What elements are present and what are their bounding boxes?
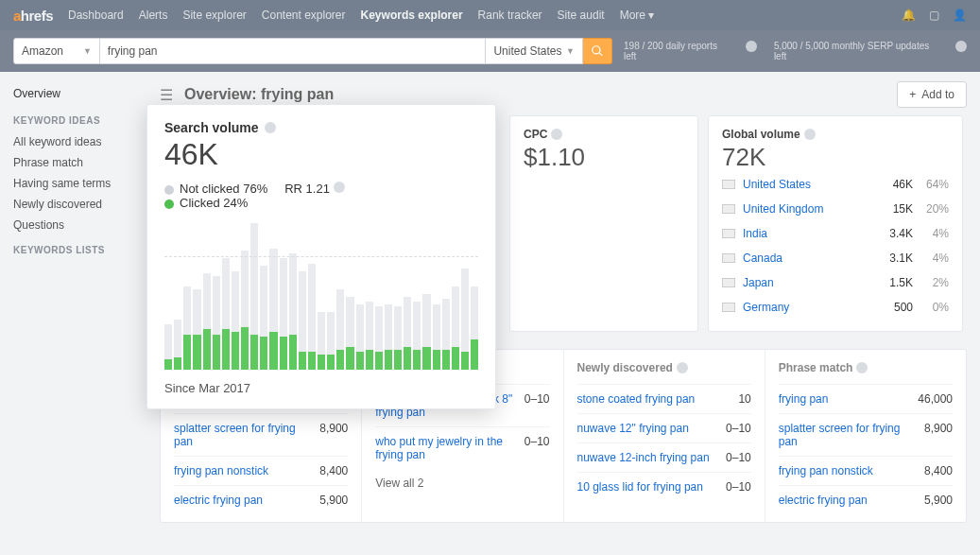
- table-header: Newly discovered: [577, 357, 751, 384]
- gv-percent: 2%: [920, 276, 949, 289]
- keyword-value: 10: [738, 392, 750, 406]
- help-icon[interactable]: [804, 129, 816, 140]
- chart-bar: [327, 223, 335, 370]
- keyword-value: 5,900: [319, 494, 348, 507]
- table-row: electric frying pan5,900: [779, 485, 953, 514]
- search-volume-value: 46K: [164, 137, 478, 172]
- keyword-input[interactable]: frying pan: [100, 38, 487, 64]
- nav-rank-tracker[interactable]: Rank tracker: [478, 9, 542, 22]
- chart-bar: [232, 223, 239, 370]
- chart-bar: [193, 223, 200, 370]
- gv-country[interactable]: United Kingdom: [743, 202, 871, 216]
- dot-notclicked-icon: [164, 185, 174, 195]
- gv-percent: 4%: [920, 251, 949, 265]
- hamburger-icon[interactable]: ☰: [160, 86, 173, 104]
- table-row: electric frying pan5,900: [174, 485, 348, 514]
- add-to-button[interactable]: +Add to: [897, 81, 967, 108]
- chart-bar: [203, 223, 211, 370]
- keyword-value: 8,900: [319, 422, 348, 448]
- keyword-value: 0–10: [726, 451, 751, 464]
- search-button[interactable]: [583, 38, 612, 64]
- keyword-link[interactable]: electric frying pan: [174, 494, 263, 507]
- country-select[interactable]: United States▼: [486, 38, 583, 64]
- sidebar-questions[interactable]: Questions: [13, 215, 133, 235]
- keyword-link[interactable]: frying pan nonstick: [174, 464, 268, 477]
- gv-volume: 46K: [879, 178, 913, 191]
- gv-country[interactable]: Canada: [743, 251, 871, 265]
- chart-bar: [346, 223, 353, 370]
- top-nav: ahrefs Dashboard Alerts Site explorer Co…: [0, 0, 980, 30]
- keyword-link[interactable]: frying pan nonstick: [779, 464, 873, 477]
- chart-bar: [260, 223, 267, 370]
- table-row: frying pan46,000: [779, 384, 953, 413]
- volume-trend-chart: [164, 223, 478, 370]
- gv-country[interactable]: Germany: [743, 301, 871, 314]
- global-volume-row: United Kingdom15K20%: [722, 197, 949, 221]
- chart-bar: [404, 223, 411, 370]
- plus-icon: +: [909, 88, 916, 101]
- chart-bar: [394, 223, 402, 370]
- sidebar-header-lists: KEYWORDS LISTS: [13, 245, 133, 255]
- keyword-link[interactable]: splatter screen for frying pan: [779, 422, 920, 448]
- gv-country[interactable]: Japan: [743, 276, 871, 289]
- help-icon[interactable]: [955, 41, 967, 52]
- nav-site-explorer[interactable]: Site explorer: [182, 9, 246, 22]
- nav-keywords-explorer[interactable]: Keywords explorer: [361, 9, 463, 22]
- keyword-link[interactable]: stone coated frying pan: [577, 392, 696, 406]
- gv-percent: 4%: [920, 227, 949, 240]
- help-icon[interactable]: [551, 129, 562, 140]
- keyword-link[interactable]: who put my jewelry in the frying pan: [375, 435, 517, 461]
- gv-country[interactable]: India: [743, 227, 871, 240]
- help-icon[interactable]: [746, 41, 757, 52]
- keyword-link[interactable]: nuwave 12-inch frying pan: [577, 451, 710, 464]
- engine-select[interactable]: Amazon▼: [13, 38, 100, 64]
- nav-alerts[interactable]: Alerts: [139, 9, 168, 22]
- chart-bar: [269, 223, 277, 370]
- chart-bar: [213, 223, 220, 370]
- keyword-link[interactable]: nuwave 12" frying pan: [577, 422, 689, 435]
- help-icon[interactable]: [265, 122, 276, 133]
- flag-icon: [722, 278, 735, 287]
- brand-logo[interactable]: ahrefs: [13, 8, 53, 24]
- gv-volume: 3.1K: [879, 251, 913, 265]
- flag-icon: [722, 204, 735, 214]
- flag-icon: [722, 303, 735, 312]
- nav-dashboard[interactable]: Dashboard: [68, 9, 124, 22]
- keyword-value: 0–10: [726, 480, 751, 494]
- gv-volume: 3.4K: [879, 227, 913, 240]
- chart-bar: [280, 223, 287, 370]
- sidebar-all-ideas[interactable]: All keyword ideas: [13, 131, 133, 152]
- page-title: Overview: frying pan: [184, 86, 334, 103]
- keyword-table: Phrase match frying pan46,000splatter sc…: [765, 350, 966, 522]
- nav-more[interactable]: More ▾: [620, 9, 655, 22]
- chart-bar: [222, 223, 230, 370]
- square-icon[interactable]: ▢: [929, 9, 939, 22]
- sidebar-same-terms[interactable]: Having same terms: [13, 173, 133, 194]
- keyword-link[interactable]: 10 glass lid for frying pan: [577, 480, 703, 494]
- view-all-link[interactable]: View all 2: [375, 469, 549, 497]
- nav-content-explorer[interactable]: Content explorer: [262, 9, 346, 22]
- help-icon[interactable]: [677, 362, 688, 373]
- flag-icon: [722, 253, 735, 263]
- help-icon[interactable]: [334, 182, 345, 193]
- sidebar-overview[interactable]: Overview: [13, 81, 133, 106]
- bell-icon[interactable]: 🔔: [902, 9, 916, 22]
- chart-bar: [164, 223, 172, 370]
- chart-bar: [366, 223, 373, 370]
- sidebar-newly-discovered[interactable]: Newly discovered: [13, 194, 133, 215]
- keyword-link[interactable]: splatter screen for frying pan: [174, 422, 316, 448]
- help-icon[interactable]: [856, 362, 868, 373]
- keyword-link[interactable]: electric frying pan: [779, 494, 868, 507]
- nav-site-audit[interactable]: Site audit: [558, 9, 605, 22]
- gv-percent: 0%: [920, 301, 949, 314]
- gv-country[interactable]: United States: [743, 178, 871, 191]
- flag-icon: [722, 180, 735, 189]
- search-volume-popover: Search volume 46K Not clicked 76%RR 1.21…: [146, 104, 496, 409]
- keyword-link[interactable]: frying pan: [779, 392, 829, 406]
- user-icon[interactable]: 👤: [953, 9, 967, 22]
- sidebar-phrase-match[interactable]: Phrase match: [13, 152, 133, 173]
- chart-bar: [336, 223, 344, 370]
- global-volume-row: India3.4K4%: [722, 221, 949, 246]
- keyword-value: 8,400: [319, 464, 348, 477]
- chart-bar: [471, 223, 478, 370]
